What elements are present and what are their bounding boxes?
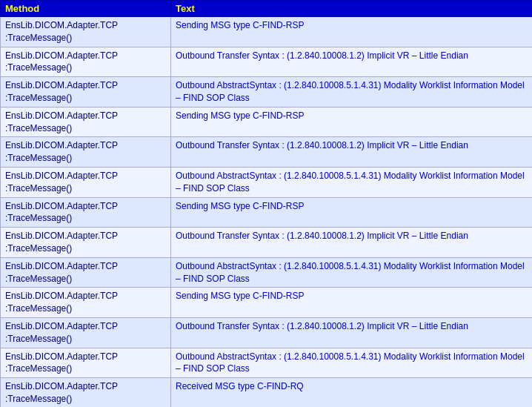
text-cell: Outbound AbstractSyntax : (1.2.840.10008…	[171, 348, 533, 378]
method-cell: EnsLib.DICOM.Adapter.TCP:TraceMessage()	[1, 317, 171, 348]
method-column-header: Method	[1, 1, 171, 17]
method-cell: EnsLib.DICOM.Adapter.TCP:TraceMessage()	[1, 77, 171, 107]
table-row: EnsLib.DICOM.Adapter.TCP:TraceMessage()S…	[1, 288, 533, 318]
method-cell: EnsLib.DICOM.Adapter.TCP:TraceMessage()	[1, 167, 171, 197]
method-cell: EnsLib.DICOM.Adapter.TCP:TraceMessage()	[1, 47, 171, 77]
text-cell: Sending MSG type C-FIND-RSP	[171, 107, 533, 137]
text-cell: Outbound Transfer Syntax : (1.2.840.1000…	[171, 228, 533, 258]
text-cell: Outbound Transfer Syntax : (1.2.840.1000…	[171, 47, 533, 77]
table-row: EnsLib.DICOM.Adapter.TCP:TraceMessage()S…	[1, 197, 533, 228]
method-cell: EnsLib.DICOM.Adapter.TCP:TraceMessage()	[1, 137, 171, 168]
method-cell: EnsLib.DICOM.Adapter.TCP:TraceMessage()	[1, 197, 171, 228]
text-cell: Sending MSG type C-FIND-RSP	[171, 197, 533, 228]
table-row: EnsLib.DICOM.Adapter.TCP:TraceMessage()R…	[1, 378, 533, 407]
text-cell: Outbound AbstractSyntax : (1.2.840.10008…	[171, 167, 533, 197]
text-cell: Sending MSG type C-FIND-RSP	[171, 17, 533, 47]
method-cell: EnsLib.DICOM.Adapter.TCP:TraceMessage()	[1, 378, 171, 407]
method-cell: EnsLib.DICOM.Adapter.TCP:TraceMessage()	[1, 228, 171, 258]
text-cell: Sending MSG type C-FIND-RSP	[171, 288, 533, 318]
table-row: EnsLib.DICOM.Adapter.TCP:TraceMessage()O…	[1, 47, 533, 77]
method-cell: EnsLib.DICOM.Adapter.TCP:TraceMessage()	[1, 107, 171, 137]
table-row: EnsLib.DICOM.Adapter.TCP:TraceMessage()O…	[1, 77, 533, 107]
method-cell: EnsLib.DICOM.Adapter.TCP:TraceMessage()	[1, 288, 171, 318]
table-row: EnsLib.DICOM.Adapter.TCP:TraceMessage()S…	[1, 17, 533, 47]
table-row: EnsLib.DICOM.Adapter.TCP:TraceMessage()O…	[1, 228, 533, 258]
method-cell: EnsLib.DICOM.Adapter.TCP:TraceMessage()	[1, 17, 171, 47]
text-cell: Outbound AbstractSyntax : (1.2.840.10008…	[171, 77, 533, 107]
method-cell: EnsLib.DICOM.Adapter.TCP:TraceMessage()	[1, 257, 171, 288]
text-column-header: Text	[171, 1, 533, 17]
method-cell: EnsLib.DICOM.Adapter.TCP:TraceMessage()	[1, 348, 171, 378]
table-row: EnsLib.DICOM.Adapter.TCP:TraceMessage()O…	[1, 257, 533, 288]
table-row: EnsLib.DICOM.Adapter.TCP:TraceMessage()S…	[1, 107, 533, 137]
table-row: EnsLib.DICOM.Adapter.TCP:TraceMessage()O…	[1, 137, 533, 168]
table-row: EnsLib.DICOM.Adapter.TCP:TraceMessage()O…	[1, 317, 533, 348]
text-cell: Outbound AbstractSyntax : (1.2.840.10008…	[171, 257, 533, 288]
text-cell: Outbound Transfer Syntax : (1.2.840.1000…	[171, 137, 533, 168]
table-row: EnsLib.DICOM.Adapter.TCP:TraceMessage()O…	[1, 348, 533, 378]
text-cell: Outbound Transfer Syntax : (1.2.840.1000…	[171, 317, 533, 348]
text-cell: Received MSG type C-FIND-RQ	[171, 378, 533, 407]
trace-table: Method Text EnsLib.DICOM.Adapter.TCP:Tra…	[0, 0, 532, 407]
table-row: EnsLib.DICOM.Adapter.TCP:TraceMessage()O…	[1, 167, 533, 197]
